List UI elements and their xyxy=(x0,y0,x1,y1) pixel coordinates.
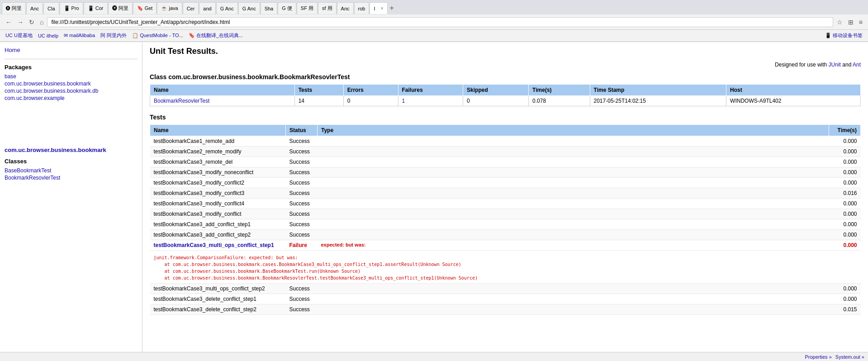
test-row: testBookmarkCase3_delete_conflict_step2 … xyxy=(150,304,861,315)
tab-17[interactable]: Anc xyxy=(337,2,354,14)
nav-bar: ← → ↻ ⌂ ☆ ⊞ ≡ xyxy=(0,14,868,30)
tab-11[interactable]: G Anc xyxy=(216,2,238,14)
properties-link[interactable]: Properties » xyxy=(805,354,831,360)
test-status-cell: Success xyxy=(286,284,318,294)
test-time-cell: 0.000 xyxy=(829,157,861,167)
test-time-cell: 0.000 xyxy=(829,178,861,188)
test-time-cell: 0.000 xyxy=(829,219,861,230)
designed-for: Designed for use with JUnit and Ant xyxy=(150,62,861,68)
test-name-cell: testBookmarkCase2_remote_modify xyxy=(150,147,286,157)
test-status-cell: Success xyxy=(286,209,318,219)
test-row: testBookmarkCase3_add_conflict_step2 Suc… xyxy=(150,230,861,240)
bookmark-translate[interactable]: 🔖 在线翻译_在线词典... xyxy=(187,32,245,39)
sidebar-link-bookmark[interactable]: com.uc.browser.business.bookmark xyxy=(5,81,138,87)
page-title: Unit Test Results. xyxy=(150,47,861,56)
test-name-cell: testBookmarkCase3_modify_conflict3 xyxy=(150,188,286,199)
stack-trace-row: junit.framework.ComparisonFailure: expec… xyxy=(150,251,861,284)
test-type-cell xyxy=(318,136,829,147)
test-row: testBookmarkCase2_remote_modify Success … xyxy=(150,147,861,157)
summary-timestamp-cell: 2017-05-25T14:02:15 xyxy=(590,96,726,106)
bookmark-mail[interactable]: ✉ mailAlibaba xyxy=(62,32,97,39)
tab-8[interactable]: ☕ java xyxy=(157,2,182,14)
test-status-cell: Success xyxy=(286,199,318,209)
menu-button[interactable]: ≡ xyxy=(857,18,864,27)
col-errors: Errors xyxy=(343,85,398,96)
tab-7[interactable]: 🔖 Get xyxy=(133,2,157,14)
tab-9[interactable]: Cer xyxy=(183,2,199,14)
test-name-cell: testBookmarkCase3_delete_conflict_step2 xyxy=(150,304,286,315)
tab-10[interactable]: and xyxy=(199,2,215,14)
test-row: testBookmarkCase3_add_conflict_step1 Suc… xyxy=(150,219,861,230)
home-nav-button[interactable]: ⌂ xyxy=(38,18,45,27)
sidebar-link-example[interactable]: com.uc.browser.example xyxy=(5,95,138,101)
stack-trace-cell: junit.framework.ComparisonFailure: expec… xyxy=(150,251,861,284)
reload-button[interactable]: ↻ xyxy=(27,18,36,27)
summary-name-cell: BookmarkResovlerTest xyxy=(150,96,295,106)
tab-18[interactable]: rob xyxy=(354,2,370,14)
test-row: testBookmarkCase3_delete_conflict_step1 … xyxy=(150,294,861,304)
address-bar[interactable] xyxy=(47,17,833,27)
test-name-cell: testBookmarkCase3_modify_conflict2 xyxy=(150,178,286,188)
bookmarks-bar: UC U星基地 UC ithelp ✉ mailAlibaba 阿 阿里内外 📋… xyxy=(0,30,868,42)
sidebar-package-title[interactable]: com.uc.browser.business.bookmark xyxy=(5,147,106,153)
tab-4[interactable]: 📱 Pro xyxy=(60,2,83,14)
bookmark-mobile[interactable]: 📱 移动设备书签 xyxy=(823,32,864,39)
test-time-cell: 0.000 xyxy=(829,209,861,219)
bookmark-star[interactable]: ☆ xyxy=(835,18,844,27)
test-name-cell: testBookmarkCase3_multi_ops_conflict_ste… xyxy=(150,240,286,251)
tab-16[interactable]: sf 用 xyxy=(318,2,337,14)
sidebar-class-base[interactable]: BaseBookmarkTest xyxy=(5,167,138,174)
test-row-failure: testBookmarkCase3_multi_ops_conflict_ste… xyxy=(150,240,861,251)
sidebar-link-bookmark-db[interactable]: com.uc.browser.business.bookmark.db xyxy=(5,88,138,94)
test-row: testBookmarkCase3_modify_conflict Succes… xyxy=(150,209,861,219)
sidebar-home-link[interactable]: Home xyxy=(5,47,138,53)
sidebar-class-resolver[interactable]: BookmarkResovlerTest xyxy=(5,175,138,181)
tab-2[interactable]: Anc xyxy=(26,2,43,14)
tab-active[interactable]: I × xyxy=(370,2,387,14)
test-name-cell: testBookmarkCase3_remote_del xyxy=(150,157,286,167)
tab-5[interactable]: 📱 Cor xyxy=(84,2,108,14)
test-status-cell: Success xyxy=(286,167,318,178)
tab-3[interactable]: Cla xyxy=(43,2,59,14)
test-type-cell xyxy=(318,188,829,199)
tab-14[interactable]: G 便 xyxy=(278,2,296,14)
tab-15[interactable]: SF 用 xyxy=(297,2,318,14)
new-tab-button[interactable]: + xyxy=(388,3,396,13)
test-status-cell: Success xyxy=(286,136,318,147)
back-button[interactable]: ← xyxy=(4,18,14,27)
summary-host-cell: WINDOWS-A9TL402 xyxy=(726,96,861,106)
bookmark-resolver-link[interactable]: BookmarkResovlerTest xyxy=(154,98,209,104)
test-name-cell: testBookmarkCase1_remote_add xyxy=(150,136,286,147)
sidebar-link-base[interactable]: base xyxy=(5,73,138,80)
tab-12[interactable]: G Anc xyxy=(238,2,260,14)
sidebar: Home Packages base com.uc.browser.busine… xyxy=(0,42,142,352)
test-name-cell: testBookmarkCase3_add_conflict_step1 xyxy=(150,219,286,230)
bookmark-alinei[interactable]: 阿 阿里内外 xyxy=(99,32,128,39)
bookmark-ithelp[interactable]: UC ithelp xyxy=(36,33,60,39)
forward-button[interactable]: → xyxy=(15,18,25,27)
test-type-cell xyxy=(318,219,829,230)
test-name-cell: testBookmarkCase3_add_conflict_step2 xyxy=(150,230,286,240)
col-skipped: Skipped xyxy=(463,85,529,96)
tab-6[interactable]: 🅜 阿里 xyxy=(108,2,133,14)
test-col-time: Time(s) xyxy=(829,125,861,136)
class-heading: Class com.uc.browser.business.bookmark.B… xyxy=(150,73,861,81)
col-failures: Failures xyxy=(398,85,463,96)
test-type-cell xyxy=(318,284,829,294)
test-col-status: Status xyxy=(286,125,318,136)
system-out-link[interactable]: System.out » xyxy=(835,354,864,360)
tab-close-icon[interactable]: × xyxy=(381,6,384,11)
bookmark-uc[interactable]: UC U星基地 xyxy=(4,32,34,39)
summary-failures-cell: 1 xyxy=(398,96,463,106)
test-status-cell: Success xyxy=(286,230,318,240)
tab-1[interactable]: 🅜 阿里 xyxy=(2,2,26,14)
failures-link[interactable]: 1 xyxy=(402,98,405,104)
tab-13[interactable]: Sha xyxy=(261,2,278,14)
failure-test-link[interactable]: testBookmarkCase3_multi_ops_conflict_ste… xyxy=(154,242,274,248)
bookmark-quest[interactable]: 📋 QuestMobile - TO... xyxy=(130,32,185,39)
extensions-button[interactable]: ⊞ xyxy=(846,18,855,27)
test-time-cell: 0.000 xyxy=(829,284,861,294)
summary-errors-cell: 0 xyxy=(343,96,398,106)
ant-link[interactable]: Ant xyxy=(853,62,861,68)
junit-link[interactable]: JUnit xyxy=(829,62,841,68)
